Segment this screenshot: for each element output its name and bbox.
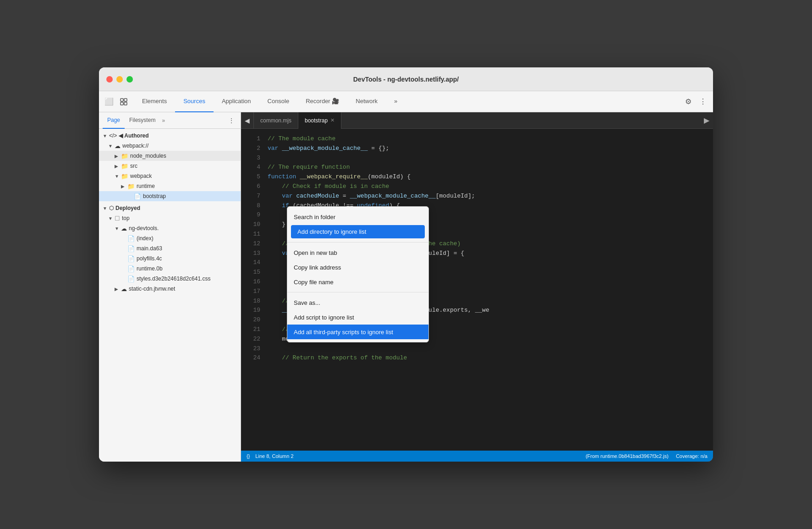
- static-cdn-item[interactable]: ▶ ☁ static-cdn.jtvnw.net: [99, 284, 241, 294]
- bootstrap-tab-label: bootstrap: [305, 117, 328, 124]
- polyfills-item[interactable]: 📄 polyfills.4c: [99, 253, 241, 264]
- search-in-folder-item[interactable]: Search in folder: [287, 209, 428, 224]
- svg-rect-0: [121, 99, 123, 101]
- index-label: (index): [137, 235, 154, 242]
- top-item[interactable]: ▼ ☐ top: [99, 213, 241, 223]
- maximize-button[interactable]: [126, 76, 133, 83]
- ctx-section-open: Open in new tab Copy link address Copy f…: [287, 242, 428, 292]
- runtime-arrow: ▶: [121, 184, 127, 189]
- statusbar-right: (From runtime.0b841bad3967f3c2.js) Cover…: [586, 453, 708, 459]
- copy-link-item[interactable]: Copy link address: [287, 260, 428, 275]
- deployed-label: Deployed: [115, 205, 140, 211]
- ng-devtools-label: ng-devtools.: [129, 225, 159, 231]
- tab-filesystem[interactable]: Filesystem: [125, 112, 160, 129]
- authored-section[interactable]: ▼ </> ◀ Authored: [99, 131, 241, 141]
- traffic-lights: [106, 76, 133, 83]
- minimize-button[interactable]: [116, 76, 123, 83]
- cursor-position: Line 8, Column 2: [255, 453, 293, 459]
- toolbar-right: ⚙ ⋮: [682, 95, 709, 108]
- bootstrap-item[interactable]: 📄 bootstrap: [99, 191, 241, 201]
- styles-label: styles.d3e2b24618d2c641.css: [137, 276, 210, 282]
- webpack-folder-icon: 📁: [121, 173, 128, 180]
- ng-devtools-arrow: ▼: [115, 226, 121, 231]
- cloud-icon: ☁: [115, 143, 121, 149]
- authored-label: ◀ Authored: [119, 132, 148, 139]
- src-label: src: [130, 163, 137, 169]
- panel-action-icon[interactable]: ⋮: [226, 115, 237, 126]
- node-modules-arrow: ▶: [115, 154, 121, 159]
- more-options-icon[interactable]: ⋮: [697, 95, 709, 108]
- cursor-icon[interactable]: ⬜: [103, 95, 115, 108]
- settings-icon[interactable]: ⚙: [682, 95, 695, 108]
- toolbar-icons: ⬜: [103, 95, 130, 108]
- save-as-item[interactable]: Save as...: [287, 295, 428, 310]
- statusbar-left: {} Line 8, Column 2: [247, 453, 294, 459]
- search-in-folder-label: Search in folder: [294, 214, 335, 220]
- runtime-label: runtime: [137, 183, 155, 189]
- code-back-icon[interactable]: ◀: [241, 112, 254, 129]
- deployed-section[interactable]: ▼ ⬡ Deployed: [99, 203, 241, 213]
- tab-sources[interactable]: Sources: [175, 91, 214, 112]
- panel-actions: ⋮: [226, 115, 237, 126]
- webpack-arrow: ▼: [108, 143, 115, 149]
- add-all-third-party-item[interactable]: Add all third-party scripts to ignore li…: [287, 325, 428, 339]
- panel-tab-more[interactable]: »: [162, 117, 165, 124]
- code-tab-common[interactable]: common.mjs: [254, 112, 298, 129]
- bootstrap-label: bootstrap: [143, 193, 166, 199]
- folder-icon: 📁: [121, 153, 128, 160]
- add-script-item[interactable]: Add script to ignore list: [287, 310, 428, 325]
- tab-recorder[interactable]: Recorder 🎥: [297, 91, 347, 112]
- top-label: top: [122, 215, 130, 221]
- main-tab-bar: Elements Sources Application Console Rec…: [134, 91, 682, 112]
- ctx-section-save: Save as... Add script to ignore list Add…: [287, 292, 428, 342]
- node-modules-item[interactable]: ▶ 📁 node_modules: [99, 151, 241, 161]
- runtime-file-item[interactable]: 📄 runtime.0b: [99, 264, 241, 274]
- format-icon[interactable]: {}: [247, 453, 250, 459]
- webpack-folder-item[interactable]: ▼ 📁 webpack: [99, 171, 241, 181]
- src-folder-icon: 📁: [121, 163, 128, 170]
- main-item[interactable]: 📄 main.da63: [99, 243, 241, 253]
- tab-elements[interactable]: Elements: [134, 91, 175, 112]
- polyfills-label: polyfills.4c: [137, 255, 162, 262]
- tab-console[interactable]: Console: [259, 91, 298, 112]
- index-item[interactable]: 📄 (index): [99, 233, 241, 243]
- inspect-icon[interactable]: [117, 95, 130, 108]
- tab-more[interactable]: »: [386, 91, 406, 112]
- add-all-third-party-label: Add all third-party scripts to ignore li…: [294, 329, 393, 336]
- authored-tag-icon: </>: [109, 132, 117, 139]
- runtime-item[interactable]: ▶ 📁 runtime: [99, 181, 241, 191]
- context-menu: Search in folder Add directory to ignore…: [287, 206, 429, 342]
- runtime-file-label: runtime.0b: [137, 265, 163, 272]
- code-tab-bootstrap[interactable]: bootstrap ✕: [298, 112, 341, 129]
- tab-application[interactable]: Application: [214, 91, 259, 112]
- src-item[interactable]: ▶ 📁 src: [99, 161, 241, 171]
- copy-link-label: Copy link address: [294, 264, 341, 271]
- webpack-item[interactable]: ▼ ☁ webpack://: [99, 141, 241, 151]
- ng-cloud-icon: ☁: [121, 225, 127, 232]
- tab-page[interactable]: Page: [103, 112, 125, 129]
- ng-devtools-item[interactable]: ▼ ☁ ng-devtools.: [99, 223, 241, 233]
- deployed-cube-icon: ⬡: [109, 205, 114, 211]
- runtime-file-icon: 📄: [127, 265, 135, 272]
- close-button[interactable]: [106, 76, 113, 83]
- coverage-info: Coverage: n/a: [676, 453, 708, 459]
- styles-file-icon: 📄: [127, 276, 135, 282]
- copy-file-name-item[interactable]: Copy file name: [287, 275, 428, 289]
- runtime-icon: 📁: [127, 183, 135, 190]
- svg-rect-1: [124, 99, 127, 101]
- file-tree: ▼ </> ◀ Authored ▼ ☁ webpack:// ▶ 📁 node…: [99, 129, 241, 462]
- common-tab-label: common.mjs: [260, 117, 291, 124]
- code-editor: ◀ common.mjs bootstrap ✕ ▶ 1234567891011…: [241, 112, 713, 462]
- code-tab-right-icon[interactable]: ▶: [700, 112, 713, 129]
- add-script-label: Add script to ignore list: [294, 314, 354, 321]
- close-tab-icon[interactable]: ✕: [330, 117, 335, 123]
- open-new-tab-item[interactable]: Open in new tab: [287, 245, 428, 260]
- add-directory-button[interactable]: Add directory to ignore list: [291, 225, 425, 238]
- styles-item[interactable]: 📄 styles.d3e2b24618d2c641.css: [99, 274, 241, 284]
- ctx-section-top: Search in folder Add directory to ignore…: [287, 207, 428, 242]
- bootstrap-file-icon: 📄: [134, 193, 141, 200]
- static-cdn-arrow: ▶: [115, 287, 121, 292]
- svg-rect-3: [124, 102, 127, 105]
- webpack-folder-arrow: ▼: [115, 174, 121, 179]
- tab-network[interactable]: Network: [347, 91, 386, 112]
